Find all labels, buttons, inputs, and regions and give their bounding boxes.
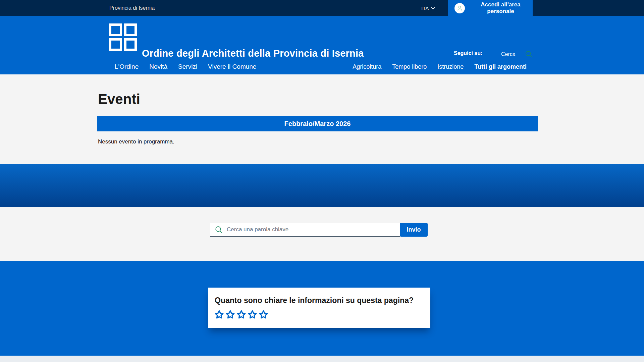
logo-square [109,23,122,36]
gradient-band [0,164,644,207]
site-header: Ordine degli Architetti della Provincia … [0,16,644,74]
owner-link[interactable]: Provincia di Isernia [109,0,155,16]
search-icon [525,50,533,58]
user-icon [454,3,465,13]
nav-item-servizi[interactable]: Servizi [173,63,203,70]
star-icon[interactable] [259,310,268,319]
search-submit-button[interactable]: Invio [400,223,428,237]
site-logo[interactable] [109,23,137,51]
nav-item-agricoltura[interactable]: Agricoltura [353,63,381,70]
follow-us-label: Seguici su: [454,50,482,56]
keyword-search-section: Invio [0,207,644,261]
search-icon [215,226,223,234]
nav-item-tempo-libero[interactable]: Tempo libero [392,63,427,70]
login-button[interactable]: Accedi all'area personale [448,0,533,16]
search-row: Invio [210,223,428,237]
search-label: Cerca [501,51,516,57]
nav-item-novita[interactable]: Novità [144,63,173,70]
login-label: Accedi all'area personale [469,1,533,15]
top-slim-bar: Provincia di Isernia ITA Accedi all'area… [0,0,644,16]
nav-item-lordine[interactable]: L'Ordine [109,63,144,70]
language-label: ITA [421,5,429,11]
star-icon[interactable] [248,310,257,319]
language-selector[interactable]: ITA [421,0,435,16]
header-search-link[interactable]: Cerca [501,50,533,58]
chevron-down-icon [431,7,435,9]
star-icon[interactable] [215,310,224,319]
logo-square [124,23,137,36]
logo-square [124,38,137,51]
search-input-wrap [210,223,400,237]
keyword-search-input[interactable] [227,223,400,236]
nav-item-vivere-il-comune[interactable]: Vivere il Comune [203,63,262,70]
star-icon[interactable] [237,310,246,319]
empty-events-message: Nessun evento in programma. [98,138,174,145]
site-title[interactable]: Ordine degli Architetti della Provincia … [142,48,364,59]
rating-card: Quanto sono chiare le informazioni su qu… [208,288,430,328]
rating-question: Quanto sono chiare le informazioni su qu… [215,296,424,305]
period-banner: Febbraio/Marzo 2026 [97,116,538,131]
nav-item-tutti-gli-argomenti[interactable]: Tutti gli argomenti [474,63,527,70]
primary-nav: L'Ordine Novità Servizi Vivere il Comune [109,59,262,74]
star-icon[interactable] [226,310,235,319]
events-section: Eventi Febbraio/Marzo 2026 Nessun evento… [0,74,644,164]
logo-square [109,38,122,51]
nav-item-istruzione[interactable]: Istruzione [437,63,464,70]
rating-stars [215,310,424,319]
rating-section: Quanto sono chiare le informazioni su qu… [0,261,644,356]
footer-strip [0,356,644,362]
topics-nav: Agricoltura Tempo libero Istruzione Tutt… [353,59,527,74]
page-title: Eventi [98,91,140,107]
